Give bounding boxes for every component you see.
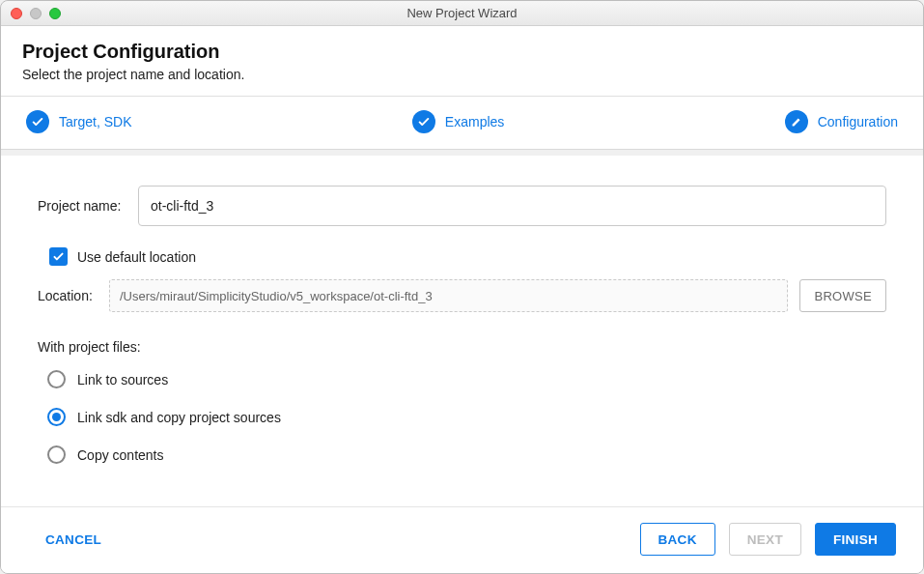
wizard-stepper: Target, SDK Examples Configuration	[1, 97, 923, 150]
wizard-header: Project Configuration Select the project…	[1, 26, 923, 97]
radio-checked-icon	[47, 408, 66, 426]
location-label: Location:	[38, 288, 98, 303]
window-title: New Project Wizard	[1, 6, 923, 20]
form-area: Project name: Use default location Locat…	[1, 156, 923, 506]
use-default-location-label: Use default location	[77, 249, 196, 265]
project-name-row: Project name:	[38, 186, 886, 226]
location-input[interactable]	[109, 279, 788, 312]
project-files-radio-group: Link to sources Link sdk and copy projec…	[38, 370, 886, 464]
radio-label: Link sdk and copy project sources	[77, 410, 281, 425]
radio-label: Link to sources	[77, 372, 168, 387]
with-project-files-label: With project files:	[38, 339, 886, 355]
page-title: Project Configuration	[22, 41, 902, 63]
step-target-sdk[interactable]: Target, SDK	[26, 110, 131, 133]
finish-button[interactable]: FINISH	[815, 523, 896, 556]
radio-unchecked-icon	[47, 445, 66, 464]
checkbox-checked-icon[interactable]	[49, 247, 68, 266]
footer-right: BACK NEXT FINISH	[640, 523, 896, 556]
pencil-icon	[785, 110, 808, 133]
step-configuration[interactable]: Configuration	[785, 110, 898, 133]
step-label: Examples	[445, 114, 504, 129]
page-subtitle: Select the project name and location.	[22, 67, 902, 82]
use-default-location-row[interactable]: Use default location	[49, 247, 886, 266]
check-icon	[26, 110, 49, 133]
back-button[interactable]: BACK	[640, 523, 715, 556]
maximize-window-icon[interactable]	[49, 8, 61, 19]
radio-copy-contents[interactable]: Copy contents	[47, 445, 886, 464]
next-button: NEXT	[729, 523, 801, 556]
check-icon	[412, 110, 435, 133]
radio-link-to-sources[interactable]: Link to sources	[47, 370, 886, 388]
step-label: Configuration	[818, 114, 898, 129]
project-name-label: Project name:	[38, 198, 128, 214]
close-window-icon[interactable]	[11, 8, 22, 19]
wizard-footer: CANCEL BACK NEXT FINISH	[1, 506, 923, 573]
radio-link-sdk-copy[interactable]: Link sdk and copy project sources	[47, 408, 886, 426]
minimize-window-icon	[30, 8, 42, 19]
browse-button[interactable]: BROWSE	[799, 279, 886, 312]
cancel-button[interactable]: CANCEL	[28, 523, 119, 556]
titlebar: New Project Wizard	[1, 1, 923, 26]
location-row: Location: BROWSE	[38, 279, 886, 312]
project-name-input[interactable]	[138, 186, 886, 226]
step-examples[interactable]: Examples	[412, 110, 504, 133]
traffic-lights	[1, 8, 61, 19]
radio-unchecked-icon	[47, 370, 66, 388]
radio-label: Copy contents	[77, 447, 164, 463]
step-label: Target, SDK	[59, 114, 131, 129]
